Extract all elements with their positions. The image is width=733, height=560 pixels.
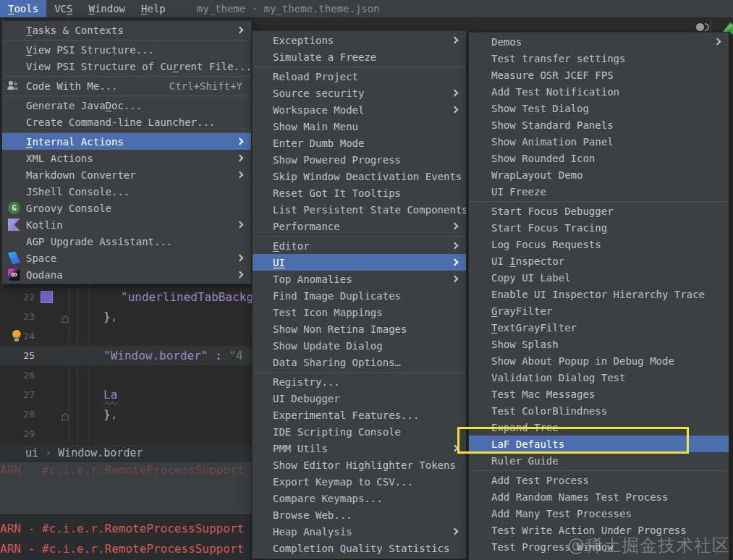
menu-item[interactable]: UI Debugger [253, 390, 466, 407]
menu-item[interactable]: JShell Console... [2, 183, 251, 200]
menu-item-label: WrapLayout Demo [491, 169, 729, 181]
editor-line[interactable]: 25"Window.border" : "4 [0, 346, 252, 365]
menu-item[interactable]: Find Image Duplicates [253, 287, 466, 304]
menu-item[interactable]: Experimental Features... [253, 407, 466, 423]
editor-line[interactable]: 26 [0, 365, 252, 385]
menu-item[interactable]: Markdown Converter [2, 166, 251, 183]
menu-item[interactable]: Ruler Guide [469, 452, 729, 469]
menu-item[interactable]: Show Non Retina Images [253, 321, 466, 337]
editor-line[interactable]: 23}, [0, 307, 252, 326]
menu-item[interactable]: Performance [253, 218, 466, 234]
menu-item[interactable]: Show Animation Panel [469, 133, 729, 150]
menu-item[interactable]: Show Main Menu [253, 118, 466, 135]
menu-item[interactable]: Show Editor Highlighter Tokens [253, 457, 466, 473]
menu-item[interactable]: Simulate a Freeze [253, 48, 466, 65]
line-number: 26 [0, 370, 35, 381]
menu-item[interactable]: Internal Actions [2, 133, 251, 150]
editor-line[interactable]: 27La [0, 385, 252, 404]
menu-item[interactable]: Heap Analysis [253, 523, 466, 540]
menu-item[interactable]: Add Random Names Test Process [469, 488, 729, 505]
menu-item[interactable]: GrayFilter [469, 302, 729, 319]
fold-marker-icon[interactable] [61, 410, 69, 424]
fold-marker-icon[interactable] [61, 313, 69, 326]
menu-item[interactable]: WrapLayout Demo [469, 166, 729, 183]
menu-item-label: Show Powered Progress [273, 154, 466, 166]
menu-item[interactable]: Code With Me...Ctrl+Shift+Y [2, 77, 251, 94]
menu-item[interactable]: Enter Dumb Mode [253, 135, 466, 151]
menu-item[interactable]: UI Freeze [469, 183, 729, 200]
menu-item[interactable]: Top Anomalies [253, 271, 466, 287]
menu-item-label: View PSI Structure of Current File... [26, 61, 251, 72]
breadcrumb-segment[interactable]: ui [25, 446, 38, 459]
menu-item[interactable]: Show Powered Progress [253, 151, 466, 168]
notifications-balloon-icon[interactable] [693, 23, 708, 32]
editor-line[interactable]: 24 [0, 326, 252, 346]
menu-item[interactable]: Space [2, 250, 251, 266]
menu-item[interactable]: Compare Keymaps... [253, 490, 466, 506]
color-swatch[interactable] [41, 291, 53, 303]
menu-item[interactable]: View PSI Structure of Current File... [2, 58, 251, 75]
menu-item[interactable]: Export Keymap to CSV... [253, 473, 466, 490]
editor-line[interactable]: 28}, [0, 404, 252, 424]
menu-item[interactable]: Show Update Dialog [253, 337, 466, 354]
menu-item[interactable]: Kotlin [2, 216, 251, 233]
menu-item[interactable]: Browse Web... [253, 506, 466, 523]
menu-item[interactable]: Test ColorBlindness [469, 402, 729, 419]
menu-item[interactable]: Registry... [253, 373, 466, 390]
menu-item[interactable]: Tasks & Contexts [2, 22, 251, 38]
menu-item[interactable]: Start Focus Debugger [469, 203, 729, 219]
menu-item[interactable]: PMM Utils [253, 440, 466, 457]
menu-item[interactable]: Show About Popup in Debug Mode [469, 352, 729, 369]
menu-item[interactable]: Source security [253, 85, 466, 101]
editor-line[interactable]: 22"underlinedTabBackg [0, 287, 252, 307]
menu-item[interactable]: Add Test Notification [469, 83, 729, 100]
menu-item[interactable]: UI [253, 254, 466, 271]
menu-item[interactable]: List Persistent State Components [253, 201, 466, 218]
menu-shortcut: Ctrl+Shift+Y [169, 80, 251, 92]
menu-item[interactable]: Workspace Model [253, 101, 466, 118]
menu-item-label: Show Editor Highlighter Tokens [273, 459, 466, 471]
menu-item[interactable]: Test Mac Messages [469, 386, 729, 402]
menu-item[interactable]: Window [80, 0, 133, 17]
menu-item[interactable]: Start Focus Tracing [469, 219, 729, 236]
menu-item[interactable]: VCS [46, 0, 80, 17]
menu-item[interactable]: Test Icon Mappings [253, 304, 466, 321]
intention-bulb-icon[interactable] [11, 330, 22, 342]
menu-item[interactable]: Data Sharing Options… [253, 354, 466, 370]
menu-item[interactable]: Completion Quality Statistics [253, 540, 466, 556]
menu-item[interactable]: Create Command-line Launcher... [2, 114, 251, 130]
menu-item[interactable]: IDE Scripting Console [253, 423, 466, 440]
menu-item[interactable]: View PSI Structure... [2, 41, 251, 58]
menu-item[interactable]: Tools [0, 0, 46, 17]
console-log-line: ARN - #c.i.e.r.RemoteProcessSupport [0, 463, 244, 477]
editor-line[interactable]: 29 [0, 424, 252, 444]
menu-item[interactable]: TextGrayFilter [469, 319, 729, 336]
menu-item[interactable]: Reset Got It Tooltips [253, 184, 466, 201]
menu-item[interactable]: AGP Upgrade Assistant... [2, 233, 251, 250]
menu-item[interactable]: Editor [253, 237, 466, 254]
breadcrumb-segment[interactable]: Window.border [58, 446, 143, 459]
menu-item[interactable]: Copy UI Label [469, 269, 729, 286]
menu-item[interactable]: Add Test Process [469, 472, 729, 488]
menu-item[interactable]: Add Many Test Processes [469, 505, 729, 522]
menu-item[interactable]: Test transfer settings [469, 50, 729, 67]
menu-item[interactable]: Skip Window Deactivation Events [253, 168, 466, 184]
menu-item-label: UI Freeze [491, 186, 729, 198]
menu-item[interactable]: Show Standard Panels [469, 116, 729, 133]
menu-item[interactable]: Enable UI Inspector Hierarchy Trace [469, 286, 729, 302]
menu-item[interactable]: Demos [469, 33, 729, 50]
menu-item[interactable]: XML Actions [2, 150, 251, 166]
menu-item[interactable]: Show Rounded Icon [469, 150, 729, 166]
menu-item[interactable]: Reload Project [253, 68, 466, 85]
menu-item[interactable]: Groovy Console [2, 200, 251, 216]
menu-item[interactable]: Show Splash [469, 336, 729, 352]
menu-item[interactable]: Log Focus Requests [469, 236, 729, 253]
menu-item[interactable]: UI Inspector [469, 253, 729, 269]
menu-item[interactable]: Validation Dialog Test [469, 369, 729, 386]
menu-item[interactable]: Generate JavaDoc... [2, 97, 251, 114]
menu-item[interactable]: Exceptions [253, 32, 466, 48]
menu-item[interactable]: Qodana [2, 266, 251, 283]
menu-item[interactable]: Show Test Dialog [469, 100, 729, 116]
menu-item[interactable]: Help [133, 0, 174, 17]
menu-item[interactable]: Measure OSR JCEF FPS [469, 67, 729, 83]
